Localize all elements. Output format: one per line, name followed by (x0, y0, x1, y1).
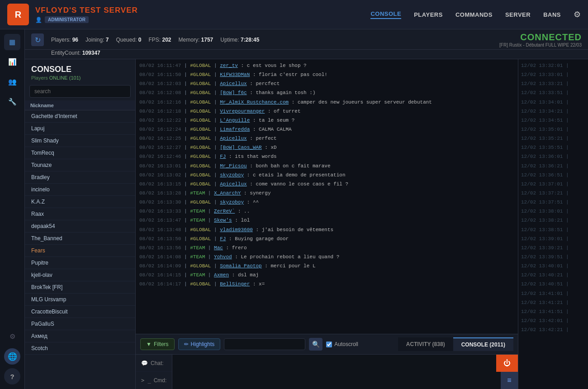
player-item[interactable]: Raax (25, 208, 135, 220)
console-log: 08/02 16:11:47 | #GLOBAL | zer_tv : c es… (136, 59, 518, 334)
player-item[interactable]: Ахмед (25, 330, 135, 342)
log-name[interactable]: zer_tv (220, 63, 238, 68)
player-item[interactable]: depaak54 (25, 220, 135, 232)
log-name[interactable]: FJ (220, 236, 226, 242)
log-name[interactable]: Mr_AlmiX Rustchance.com (220, 100, 289, 105)
log-name[interactable]: Limafredda (220, 127, 250, 132)
player-item[interactable]: Tounaze (25, 159, 135, 171)
player-item[interactable]: BrokTek [FR] (25, 281, 135, 294)
autoscroll-checkbox[interactable] (326, 342, 332, 347)
uptime-val: 7:28:45 (241, 37, 259, 43)
highlights-button[interactable]: ✏ Highlights (178, 338, 221, 350)
log-name[interactable]: skyzoboy (220, 199, 244, 205)
log-name[interactable]: vladim93600 (220, 227, 253, 232)
player-item[interactable]: PaGalluS (25, 318, 135, 330)
nav-players[interactable]: PLAYERS (414, 11, 443, 18)
log-line: 08/02 16:14:08 | #TEAM | Yohvod : Le pro… (139, 252, 514, 261)
side-icon-puzzle[interactable]: 🔧 (4, 94, 20, 110)
sideiconbar: ▦ 📊 👥 🔧 ⚙ 🌐 ? (0, 29, 25, 389)
log-name[interactable]: Apicellux (220, 81, 247, 86)
side-icon-settings[interactable]: ⚙ (4, 328, 20, 345)
log-line: 08/02 16:12:18 | #GLOBAL | Vivrepourmang… (139, 107, 514, 116)
player-item[interactable]: Bradley (25, 171, 135, 184)
log-name[interactable]: [BoW] f6c (220, 90, 247, 95)
nav-settings-icon[interactable]: ⚙ (574, 9, 581, 19)
rlog-line: 12/02 13:35:51 | (518, 143, 588, 152)
log-line: 08/02 16:12:24 | #GLOBAL | Limafredda : … (139, 125, 514, 134)
uptime-stat: Uptime: 7:28:45 (220, 37, 259, 43)
side-icon-users[interactable]: 👥 (4, 74, 20, 90)
log-name[interactable]: L'Anguille (220, 118, 250, 123)
player-item-fears[interactable]: Fears (25, 245, 135, 257)
queued-val: 0 (138, 37, 142, 43)
cmd-label: > _ Cmd: (136, 377, 172, 384)
side-icon-globe[interactable]: 🌐 (4, 348, 20, 365)
nav-server[interactable]: SERVER (505, 11, 531, 18)
player-item[interactable]: The_Banned (25, 232, 135, 245)
chat-input[interactable] (172, 355, 496, 372)
log-line: 08/02 16:12:25 | #GLOBAL | Apicellux : p… (139, 134, 514, 143)
tab-bar: ACTIVITY (838) CONSOLE (2011) (398, 337, 513, 351)
autoscroll-label[interactable]: Autoscroll (326, 341, 358, 347)
server-name: VFLOYD'S TEST SERVER (35, 6, 138, 15)
log-name[interactable]: [BoW] Caos_WAR (220, 145, 261, 150)
console-tab[interactable]: CONSOLE (2011) (453, 337, 513, 351)
player-item[interactable]: Pupitre (25, 257, 135, 269)
filters-label: Filters (154, 341, 169, 347)
player-item[interactable]: K.A.Z (25, 196, 135, 208)
log-name[interactable]: Axmen (214, 272, 229, 278)
player-item[interactable]: kjell-olav (25, 269, 135, 281)
console-search-button[interactable]: 🔍 (309, 338, 322, 351)
rlog-line: 12/02 13:39:21 | (518, 243, 588, 252)
log-name[interactable]: FJ (220, 154, 226, 159)
player-item[interactable]: Gachette d'Internet (25, 110, 135, 123)
activity-tab[interactable]: ACTIVITY (838) (398, 337, 453, 351)
player-item[interactable]: CracotteBiscuit (25, 306, 135, 318)
log-line: 08/02 16:12:16 | #GLOBAL | Mr_AlmiX Rust… (139, 98, 514, 107)
log-line: 08/02 16:14:17 | #GLOBAL | BellSinger : … (139, 280, 514, 289)
log-name[interactable]: Vivrepourmanger (220, 109, 265, 114)
chat-send-button[interactable]: ⏻ (496, 355, 518, 372)
nav-bans[interactable]: BANS (543, 11, 561, 18)
nav-commands[interactable]: COMMANDS (455, 11, 493, 18)
side-icon-chart[interactable]: 📊 (4, 54, 20, 70)
side-icon-grid[interactable]: ▦ (4, 34, 20, 50)
console-search-input[interactable] (224, 338, 305, 350)
filters-button[interactable]: ▼ Filters (140, 338, 175, 350)
log-name[interactable]: Mr_Picsou (220, 163, 247, 169)
rlog-line: 12/02 13:33:01 | (518, 70, 588, 79)
rlog-line: 12/02 13:33:21 | (518, 79, 588, 88)
log-name[interactable]: Apicellux (220, 181, 247, 187)
highlights-label: Highlights (191, 341, 215, 347)
search-input[interactable] (29, 85, 131, 98)
player-item[interactable]: Slim Shady (25, 135, 135, 147)
log-name[interactable]: ZerReV` (214, 209, 235, 214)
log-line: 08/02 16:12:08 | #GLOBAL | [BoW] f6c : t… (139, 88, 514, 97)
log-name[interactable]: Somalia Paotop (220, 263, 261, 269)
player-item[interactable]: Lapuj (25, 123, 135, 135)
cmd-send-button[interactable]: ≡ (501, 372, 518, 389)
cmd-input[interactable] (172, 372, 501, 389)
player-item[interactable]: TomRecq (25, 147, 135, 159)
refresh-button[interactable]: ↻ (31, 33, 44, 46)
topnav: R VFLOYD'S TEST SERVER 👤 ADMINISTRATOR C… (0, 0, 588, 29)
joining-stat: Joining: 7 (85, 37, 109, 43)
log-name[interactable]: Mac (214, 245, 223, 251)
log-name[interactable]: Yohvod (214, 254, 232, 260)
log-name[interactable]: X_AnarchY (214, 190, 241, 196)
log-name[interactable]: Apicellux (220, 136, 247, 141)
player-item[interactable]: incinelo (25, 184, 135, 196)
nav-console[interactable]: CONSOLE (370, 10, 401, 19)
chatcmd-panel: 💬 Chat: ⏻ > _ Cmd: ≡ (136, 354, 518, 389)
log-name[interactable]: BellSinger (220, 281, 250, 287)
entity-stat: EntityCount: 109347 (51, 50, 100, 56)
log-name[interactable]: skyzoboy (220, 172, 244, 178)
log-line: 08/02 16:13:56 | #TEAM | Mac : frero (139, 243, 514, 252)
log-name[interactable]: Skew's (214, 218, 232, 223)
side-icon-help[interactable]: ? (4, 368, 20, 384)
rlog-line: 12/02 13:32:01 | (518, 61, 588, 70)
log-name[interactable]: KiFW33DMaN (220, 72, 250, 77)
player-item[interactable]: Scotch (25, 342, 135, 355)
rlog-line: 12/02 13:38:21 | (518, 216, 588, 225)
player-item[interactable]: MLG Ursvamp (25, 294, 135, 306)
